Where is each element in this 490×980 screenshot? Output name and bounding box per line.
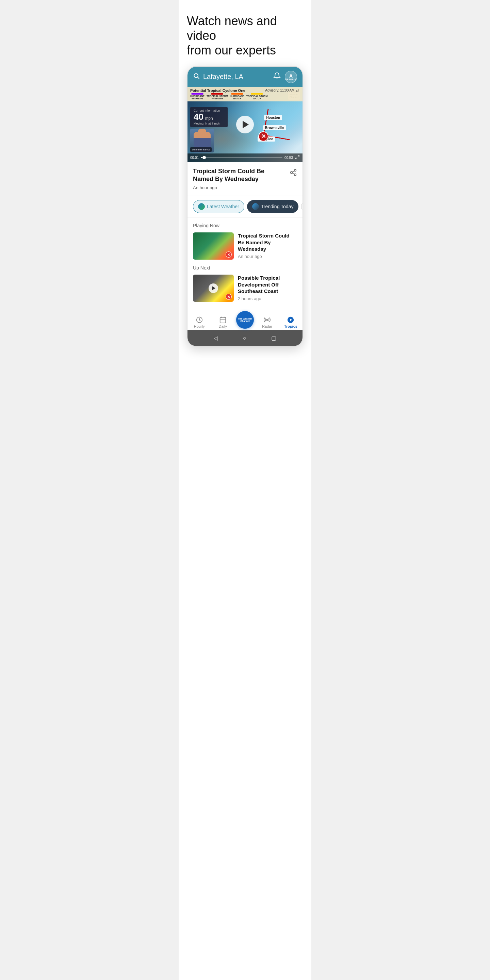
svg-line-3: [296, 158, 297, 159]
nav-item-tropics[interactable]: Tropics: [280, 316, 301, 328]
android-home-button[interactable]: ○: [243, 335, 247, 341]
calendar-icon: [219, 316, 227, 324]
trending-icon: [252, 203, 259, 210]
location-text[interactable]: Lafayette, LA: [203, 73, 270, 81]
nav-item-twc[interactable]: The Weather Channel: [236, 316, 254, 329]
page-heading: Watch news and video from our experts: [187, 14, 303, 58]
android-nav-bar: ◁ ○ ▢: [188, 330, 302, 346]
fullscreen-icon[interactable]: [295, 155, 300, 161]
city-brownsville: Brownsville: [263, 125, 286, 130]
notification-bell-icon[interactable]: [273, 72, 281, 81]
nav-item-radar[interactable]: Radar: [257, 316, 277, 328]
list-item[interactable]: ✕ Possible Tropical Development Off Sout…: [193, 275, 297, 302]
video-list: Playing Now ✕ Tropical Storm Could Be Na…: [188, 218, 302, 313]
progress-thumb[interactable]: [202, 156, 206, 159]
svg-line-2: [298, 155, 299, 156]
video-thumbnail-2[interactable]: ✕: [193, 275, 234, 302]
article-title[interactable]: Tropical Storm Could Be Named By Wednesd…: [193, 167, 285, 183]
video-info-2: Possible Tropical Development Off Southe…: [238, 275, 297, 302]
nav-label-tropics: Tropics: [284, 324, 298, 328]
article-time: An hour ago: [193, 185, 290, 190]
play-button[interactable]: [236, 116, 254, 134]
bottom-navigation: Hourly Daily The Weather Channel: [188, 313, 302, 330]
nav-item-daily[interactable]: Daily: [213, 316, 233, 328]
nav-label-radar: Radar: [262, 324, 272, 328]
reporter-name: Danielle Banks: [190, 147, 212, 152]
android-back-button[interactable]: ▢: [271, 335, 276, 341]
svg-point-6: [294, 173, 296, 176]
nav-label-daily: Daily: [219, 324, 227, 328]
play-icon: [212, 286, 215, 290]
pill-trending-today[interactable]: Trending Today: [247, 200, 299, 213]
city-houston: Houston: [264, 115, 282, 120]
up-next-label: Up Next: [193, 265, 297, 270]
advisory-bar: Potential Tropical Cyclone One Advisory:…: [188, 87, 302, 102]
svg-point-5: [291, 172, 293, 173]
play-circle-icon: [287, 316, 294, 324]
warning-row: HURRICANEWARNING TROPICAL STORMWARNING H…: [190, 93, 300, 100]
video-info-1: Tropical Storm Could Be Named By Wednesd…: [238, 232, 297, 259]
radar-icon: [263, 316, 271, 324]
video-thumbnail-1[interactable]: ✕: [193, 232, 234, 259]
svg-point-0: [194, 73, 198, 78]
pill-this-season[interactable]: This Se...: [301, 200, 302, 213]
premium-badge[interactable]: A PREMIUM: [285, 71, 297, 83]
svg-line-1: [198, 77, 199, 79]
svg-rect-10: [220, 318, 226, 323]
share-button[interactable]: [290, 169, 297, 178]
nav-label-hourly: Hourly: [194, 324, 205, 328]
playing-now-label: Playing Now: [193, 223, 297, 228]
storm-info-box: Current Information 40 mph Moving: N at …: [190, 107, 228, 127]
android-recent-button[interactable]: ◁: [214, 335, 218, 341]
svg-point-4: [294, 169, 296, 171]
nav-item-hourly[interactable]: Hourly: [189, 316, 210, 328]
twc-center-label: The Weather Channel: [236, 318, 254, 323]
svg-line-8: [292, 171, 294, 172]
advisory-title: Potential Tropical Cyclone One: [190, 89, 245, 92]
phone-mockup: Lafayette, LA A PREMIUM: [187, 66, 303, 347]
app-header: Lafayette, LA A PREMIUM: [188, 67, 302, 87]
play-icon: [243, 121, 249, 128]
thumb-play-button[interactable]: [208, 283, 218, 293]
twc-center-button[interactable]: The Weather Channel: [236, 311, 254, 329]
progress-bar[interactable]: 00:01 00:53: [188, 153, 302, 162]
svg-point-14: [266, 320, 268, 321]
storm-marker: ✕: [258, 131, 269, 142]
category-pills: Latest Weather Trending Today This Se...: [188, 196, 302, 218]
progress-track[interactable]: [201, 157, 282, 158]
search-icon[interactable]: [193, 73, 200, 81]
list-item[interactable]: ✕ Tropical Storm Could Be Named By Wedne…: [193, 232, 297, 259]
advisory-time: Advisory: 11:00 AM ET: [265, 89, 300, 92]
svg-line-7: [292, 173, 294, 174]
time-current: 00:01: [190, 156, 199, 159]
article-section: Tropical Storm Could Be Named By Wednesd…: [188, 162, 302, 196]
time-total: 00:53: [285, 156, 293, 159]
pill-latest-weather[interactable]: Latest Weather: [193, 200, 244, 213]
globe-icon: [198, 203, 205, 210]
clock-icon: [196, 316, 203, 324]
video-player[interactable]: TheWeatherChannel Potential Tropical Cyc…: [188, 87, 302, 162]
